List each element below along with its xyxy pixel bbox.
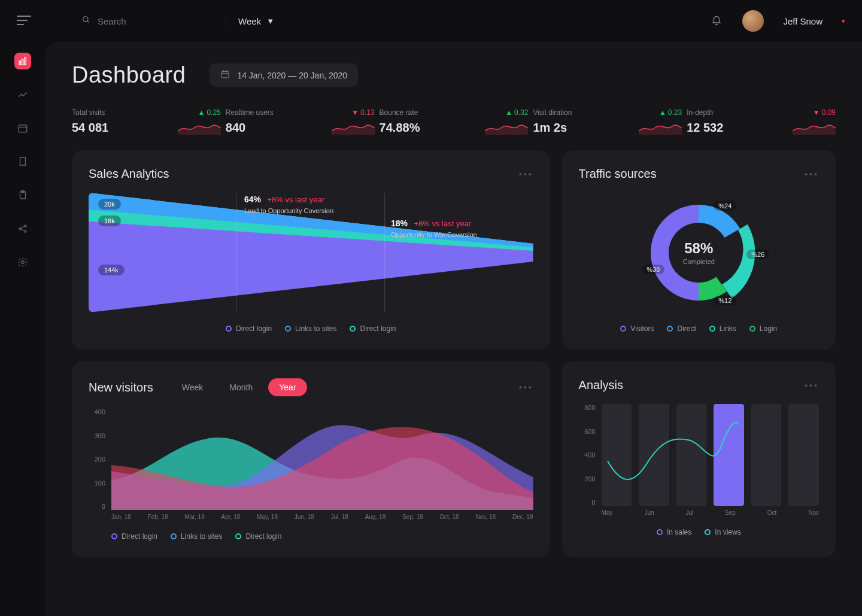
stat-delta: ▼0.13 — [351, 108, 374, 117]
stat-card: Visit diration ▲0.23 1m 2s — [533, 108, 682, 135]
donut-slice-label: %24 — [714, 201, 736, 211]
nav-clipboard[interactable] — [14, 187, 31, 204]
nav-settings[interactable] — [14, 254, 31, 271]
search-input[interactable] — [98, 16, 193, 26]
legend-item: Direct — [667, 324, 696, 333]
sparkline-icon — [639, 120, 682, 135]
card-menu-icon[interactable]: ••• — [519, 383, 533, 392]
legend-label: In views — [715, 528, 740, 536]
card-title: Analysis — [579, 378, 623, 392]
conversion-vs: +8% vs last year — [414, 219, 471, 228]
card-title: New visitors — [89, 381, 153, 395]
axis-tick: 400 — [89, 408, 105, 415]
axis-tick: 0 — [579, 499, 596, 506]
axis-tick: Nov — [808, 509, 819, 516]
axis-tick: Jan, 18 — [111, 514, 131, 520]
analysis-bar — [676, 404, 707, 506]
sparkline-icon — [793, 120, 836, 135]
legend-item: Direct login — [226, 324, 272, 333]
new-visitors-card: New visitors WeekMonthYear ••• 400300200… — [72, 362, 550, 557]
legend-dot-icon — [705, 529, 711, 535]
legend-dot-icon — [620, 326, 626, 332]
stat-label: Bounce rate — [380, 108, 418, 117]
nav-receipt[interactable] — [14, 153, 31, 170]
legend-dot-icon — [285, 326, 291, 332]
stat-card: Total visits ▲0.25 54 081 — [72, 108, 221, 135]
axis-tick: Sep — [725, 509, 736, 516]
svg-line-1 — [87, 21, 89, 23]
search-icon — [82, 16, 90, 26]
axis-tick: Jul — [685, 509, 693, 516]
legend-item: Links to sites — [171, 532, 222, 541]
legend-label: Links — [720, 324, 736, 333]
analysis-bar-chart — [602, 404, 819, 506]
period-selector[interactable]: Week ▾ — [226, 16, 273, 26]
conversion-sub: Opportunity to Win Coversion — [391, 231, 477, 238]
axis-tick: Sep, 18 — [402, 514, 423, 520]
legend-item: Links to sites — [285, 324, 336, 333]
svg-point-9 — [19, 228, 21, 230]
arrow-icon: ▲ — [505, 108, 512, 117]
axis-tick: 800 — [579, 404, 596, 411]
legend-item: Visitors — [620, 324, 654, 333]
sparkline-icon — [485, 120, 528, 135]
stat-card: Realtime users ▼0.13 840 — [226, 108, 375, 135]
nav-calendar[interactable] — [14, 120, 31, 136]
analysis-bar — [751, 404, 782, 506]
analysis-bar — [602, 404, 632, 506]
avatar[interactable] — [742, 10, 764, 32]
stat-delta: ▼0.09 — [813, 108, 836, 117]
card-menu-icon[interactable]: ••• — [805, 381, 819, 390]
donut-slice-label: %38 — [642, 265, 664, 274]
donut-slice-label: %26 — [746, 250, 769, 259]
analysis-bar — [788, 404, 819, 506]
bell-icon[interactable] — [711, 16, 722, 26]
conversion-pct: 64% — [244, 195, 261, 204]
svg-point-11 — [25, 230, 26, 232]
stat-card: In-depth ▼0.09 12 532 — [687, 108, 836, 135]
legend-dot-icon — [657, 529, 663, 535]
axis-tick: Dec, 18 — [512, 514, 533, 520]
card-title: Sales Analytics — [89, 167, 169, 181]
svg-rect-5 — [19, 125, 27, 132]
hamburger-icon[interactable] — [17, 16, 31, 26]
stat-value: 74.88% — [380, 121, 420, 135]
axis-tick: May — [602, 509, 613, 516]
sales-analytics-card: Sales Analytics ••• 20k 18k 144k — [72, 150, 550, 350]
date-range-picker[interactable]: 14 Jan, 2020 — 20 Jan, 2020 — [210, 63, 358, 87]
legend-label: Links to sites — [295, 324, 336, 333]
axis-tick: 600 — [579, 428, 596, 435]
stat-label: In-depth — [687, 108, 713, 117]
stat-value: 840 — [226, 121, 245, 135]
card-menu-icon[interactable]: ••• — [805, 169, 819, 179]
card-menu-icon[interactable]: ••• — [519, 169, 533, 179]
funnel-pill: 18k — [98, 216, 121, 226]
nav-analytics[interactable] — [14, 86, 31, 103]
sales-funnel-chart: 20k 18k 144k 64% +8% vs last year Load t… — [89, 193, 533, 312]
stat-value: 54 081 — [72, 121, 108, 135]
traffic-sources-card: Traffic sources ••• 58% Compl — [562, 150, 836, 350]
page-title: Dashboard — [72, 62, 186, 88]
funnel-pill: 20k — [98, 199, 121, 210]
legend-label: Direct login — [245, 532, 281, 541]
legend-label: Links to sites — [181, 532, 222, 541]
visitors-area-chart — [111, 408, 533, 510]
nav-share[interactable] — [14, 220, 31, 237]
axis-tick: Mar, 18 — [184, 514, 204, 520]
conversion-pct: 18% — [391, 219, 408, 228]
axis-tick: 300 — [89, 432, 105, 439]
nav-dashboard[interactable] — [14, 53, 31, 69]
tab-year[interactable]: Year — [268, 378, 306, 396]
tab-week[interactable]: Week — [171, 378, 214, 396]
legend-label: Direct login — [360, 324, 396, 333]
axis-tick: 100 — [89, 480, 105, 487]
stat-card: Bounce rate ▲0.32 74.88% — [380, 108, 529, 135]
user-menu-chevron-icon[interactable]: ▾ — [842, 17, 845, 25]
legend-item: In sales — [657, 528, 691, 536]
svg-rect-4 — [25, 57, 26, 65]
svg-point-14 — [22, 261, 25, 264]
tab-month[interactable]: Month — [218, 378, 263, 396]
stat-delta: ▲0.25 — [198, 108, 221, 117]
arrow-icon: ▼ — [351, 108, 359, 117]
svg-line-13 — [21, 229, 25, 231]
